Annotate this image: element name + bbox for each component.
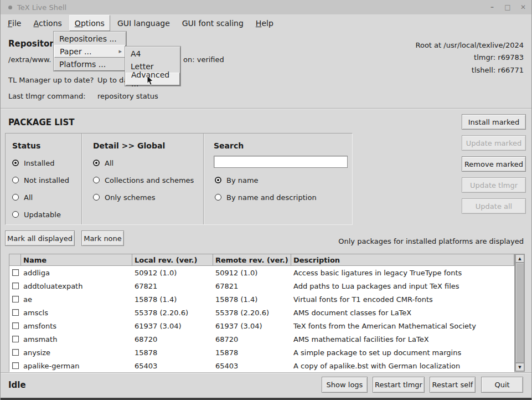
minimize-icon[interactable]: – <box>488 3 496 11</box>
tl-manager-value: Up to da <box>97 76 128 84</box>
radio-icon[interactable] <box>12 211 19 218</box>
table-row[interactable]: addliga 50912 (1.0) 50912 (1.0) Access b… <box>9 266 514 279</box>
menu-options[interactable]: Options <box>69 15 110 31</box>
search-group-label: Search <box>214 141 244 150</box>
column-header-description[interactable]: Description <box>291 254 514 265</box>
radio-icon[interactable] <box>93 160 100 166</box>
radio-updatable[interactable]: Updatable <box>12 210 61 219</box>
package-checkbox[interactable] <box>12 349 19 356</box>
filter-divider <box>81 134 82 224</box>
update-tlmgr-button[interactable]: Update tlmgr <box>462 177 526 193</box>
radio-all-status[interactable]: All <box>12 193 33 202</box>
package-description: Add paths to Lua packages and input TeX … <box>291 282 514 290</box>
update-all-button[interactable]: Update all <box>462 198 526 214</box>
radio-only-schemes[interactable]: Only schemes <box>93 193 156 202</box>
radio-detail-all[interactable]: All <box>93 158 113 167</box>
table-row[interactable]: amscls 55378 (2.20.6) 55378 (2.20.6) AMS… <box>9 306 514 319</box>
package-remote-rev: 65403 <box>213 362 291 370</box>
package-remote-rev: 15878 <box>213 348 291 357</box>
table-row[interactable]: apalike-german 65403 65403 A copy of apa… <box>9 359 514 372</box>
radio-collections-schemes[interactable]: Collections and schemes <box>93 176 194 184</box>
filter-divider <box>203 134 204 224</box>
table-row[interactable]: anysize 15878 15878 A simple package to … <box>9 346 514 359</box>
close-icon[interactable]: ✕ <box>519 3 527 11</box>
package-checkbox[interactable] <box>12 322 19 329</box>
radio-icon[interactable] <box>93 177 100 183</box>
column-header-checkbox[interactable] <box>9 254 21 265</box>
table-scrollbar[interactable]: ▲ ▼ <box>515 254 525 372</box>
mark-none-button[interactable]: Mark none <box>81 230 124 246</box>
package-table-rows: addliga 50912 (1.0) 50912 (1.0) Access b… <box>9 266 514 372</box>
repository-url: /extra/www. <box>8 55 51 64</box>
status-text: Idle <box>8 380 26 390</box>
package-local-rev: 68720 <box>132 335 213 343</box>
package-checkbox[interactable] <box>12 296 19 302</box>
mouse-cursor-icon <box>147 75 154 88</box>
package-description: AMS mathematical facilities for LaTeX <box>291 335 514 343</box>
restart-tlmgr-button[interactable]: Restart tlmgr <box>373 377 425 393</box>
package-remote-rev: 68720 <box>213 335 291 343</box>
show-logs-button[interactable]: Show logs <box>322 377 368 393</box>
menu-file[interactable]: File <box>3 15 26 31</box>
package-checkbox[interactable] <box>12 362 19 369</box>
radio-icon[interactable] <box>12 194 19 201</box>
package-remote-rev: 50912 (1.0) <box>213 269 291 277</box>
package-name: amsfonts <box>21 322 132 330</box>
menu-gui-language[interactable]: GUI language <box>112 15 175 31</box>
package-name: ae <box>21 295 132 304</box>
table-row[interactable]: amsmath 68720 68720 AMS mathematical fac… <box>9 332 514 346</box>
scrollbar-thumb[interactable] <box>515 263 524 363</box>
menu-item-paper[interactable]: Paper ... ▸ <box>54 45 126 58</box>
package-name: amsmath <box>21 335 132 343</box>
column-header-remote[interactable]: Remote rev. (ver.) <box>213 254 291 265</box>
radio-icon[interactable] <box>93 194 100 201</box>
column-header-local[interactable]: Local rev. (ver.) <box>132 254 213 265</box>
quit-button[interactable]: Quit <box>481 377 523 393</box>
package-checkbox[interactable] <box>12 269 19 276</box>
radio-by-name-description[interactable]: By name and description <box>215 193 317 202</box>
table-row[interactable]: ae 15878 (1.4) 15878 (1.4) Virtual fonts… <box>9 293 514 306</box>
package-name: amscls <box>21 309 132 317</box>
restart-self-button[interactable]: Restart self <box>430 377 476 393</box>
radio-by-name[interactable]: By name <box>215 176 259 184</box>
tlshell-revision: tlshell: r66771 <box>472 66 524 74</box>
package-checkbox[interactable] <box>12 283 19 289</box>
menu-item-repositories[interactable]: Repositories ... <box>54 32 126 45</box>
scroll-up-icon[interactable]: ▲ <box>515 254 524 263</box>
package-local-rev: 61937 (3.04) <box>132 322 213 330</box>
radio-icon[interactable] <box>215 194 221 201</box>
radio-icon[interactable] <box>12 160 19 166</box>
last-command-label: Last tlmgr command: <box>8 92 86 100</box>
package-table-header: Name Local rev. (ver.) Remote rev. (ver.… <box>9 254 514 266</box>
package-local-rev: 67821 <box>132 282 213 290</box>
package-local-rev: 15878 (1.4) <box>132 295 213 304</box>
mark-all-displayed-button[interactable]: Mark all displayed <box>5 230 75 246</box>
table-row[interactable]: amsfonts 61937 (3.04) 61937 (3.04) TeX f… <box>9 319 514 332</box>
radio-installed[interactable]: Installed <box>12 158 54 167</box>
package-description: Virtual fonts for T1 encoded CMR-fonts <box>291 295 514 304</box>
remove-marked-button[interactable]: Remove marked <box>462 156 526 172</box>
menu-item-platforms[interactable]: Platforms ... <box>54 58 126 70</box>
menu-item-a4[interactable]: A4 <box>126 47 180 60</box>
radio-icon[interactable] <box>215 177 221 183</box>
table-row[interactable]: addtoluatexpath 67821 67821 Add paths to… <box>9 279 514 293</box>
radio-not-installed[interactable]: Not installed <box>12 176 69 184</box>
install-marked-button[interactable]: Install marked <box>462 114 526 130</box>
window-title: TeX Live Shell <box>17 3 66 12</box>
update-marked-button[interactable]: Update marked <box>462 135 526 151</box>
radio-icon[interactable] <box>12 177 19 183</box>
menu-actions[interactable]: Actions <box>28 15 66 31</box>
menu-gui-font-scaling[interactable]: GUI font scaling <box>177 15 249 31</box>
menu-help[interactable]: Help <box>251 15 278 31</box>
package-description: A simple package to set up document marg… <box>291 348 514 357</box>
maximize-icon[interactable]: □ <box>504 3 512 11</box>
search-input[interactable] <box>214 156 348 168</box>
scroll-down-icon[interactable]: ▼ <box>515 363 524 371</box>
package-description: AMS document classes for LaTeX <box>291 309 514 317</box>
column-header-name[interactable]: Name <box>21 254 132 265</box>
package-checkbox[interactable] <box>12 309 19 316</box>
package-local-rev: 65403 <box>132 362 213 370</box>
package-name: addtoluatexpath <box>21 282 132 290</box>
root-path: Root at /usr/local/texlive/2024 <box>415 41 524 49</box>
package-checkbox[interactable] <box>12 336 19 342</box>
